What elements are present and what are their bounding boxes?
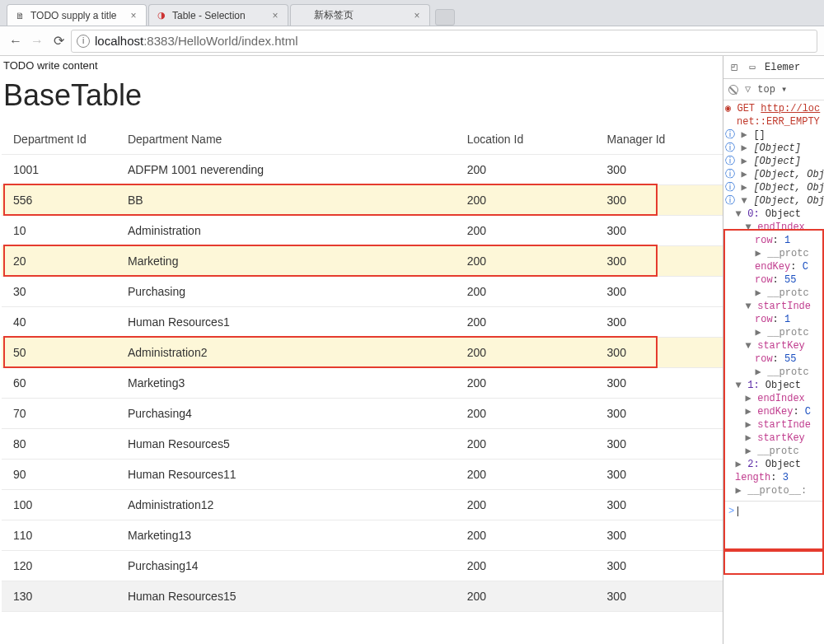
context-selector[interactable]: top ▾ <box>757 83 787 96</box>
console-tree-line[interactable]: ▶ endKey: C <box>725 405 824 418</box>
cell-loc: 200 <box>456 460 596 490</box>
cell-loc: 200 <box>456 185 596 216</box>
console-tree-line[interactable]: ▶ __protc <box>725 366 824 379</box>
console-line[interactable]: ⓘ ▶ [] <box>725 128 824 142</box>
cell-id: 130 <box>2 581 116 612</box>
console-tree-line[interactable]: row: 55 <box>725 273 824 287</box>
console-prompt[interactable]: > <box>725 501 824 521</box>
cell-name: Administration2 <box>116 338 456 368</box>
cell-mgr: 300 <box>596 429 723 460</box>
table-row[interactable]: 556BB200300 <box>2 185 723 216</box>
console-tree-line[interactable]: ▶ __protc <box>725 326 824 339</box>
cell-mgr: 300 <box>596 551 723 581</box>
col-location-id[interactable]: Location Id <box>456 124 596 155</box>
console-tree-line[interactable]: ▶ __protc <box>725 287 824 300</box>
cell-mgr: 300 <box>596 520 723 551</box>
new-tab-button[interactable] <box>435 9 455 26</box>
cell-mgr: 300 <box>596 460 723 490</box>
cell-name: Purchasing14 <box>116 551 456 581</box>
col-manager-id[interactable]: Manager Id <box>596 124 723 155</box>
table-row[interactable]: 1001ADFPM 1001 neverending200300 <box>2 155 723 185</box>
close-icon[interactable]: × <box>411 10 423 21</box>
table-row[interactable]: 80Human Resources5200300 <box>2 429 723 460</box>
table-row[interactable]: 70Purchasing4200300 <box>2 399 723 429</box>
devtools-toolbar: ◰ ▭ Elemer <box>723 56 824 79</box>
browser-toolbar: ← → ⟳ i localhost:8383/HelloWorld/index.… <box>0 26 824 56</box>
console-line[interactable]: ⓘ ▶ [Object] <box>725 142 824 155</box>
close-icon[interactable]: × <box>269 10 281 21</box>
table-row[interactable]: 130Human Resources15200300 <box>2 581 723 612</box>
cell-loc: 200 <box>456 155 596 185</box>
cell-id: 1001 <box>2 155 116 185</box>
console-tree-line[interactable]: ▶ 2: Object <box>725 458 824 471</box>
browser-tab-0[interactable]: 🗎 TODO supply a title × <box>7 4 147 26</box>
cell-loc: 200 <box>456 338 596 368</box>
cell-name: Human Resources5 <box>116 429 456 460</box>
cell-id: 80 <box>2 429 116 460</box>
reload-button[interactable]: ⟳ <box>49 32 68 50</box>
tab-title: 新标签页 <box>314 8 411 22</box>
console-line[interactable]: ⓘ ▶ [Object, Obj <box>725 168 824 181</box>
inspect-element-icon[interactable]: ◰ <box>728 62 740 73</box>
console-tree-line[interactable]: ▼ endIndex <box>725 221 824 234</box>
close-icon[interactable]: × <box>128 10 139 21</box>
console-tree-line[interactable]: ▶ __protc <box>725 445 824 458</box>
cell-loc: 200 <box>456 520 596 551</box>
table-row[interactable]: 40Human Resources1200300 <box>2 307 723 338</box>
console-tree-line[interactable]: length: 3 <box>725 471 824 484</box>
console-tree-line[interactable]: ▶ __protc <box>725 247 824 260</box>
console-tree-line[interactable]: row: 1 <box>725 313 824 326</box>
console-tree-line[interactable]: ▼ startKey <box>725 339 824 352</box>
console-tree-line[interactable]: row: 55 <box>725 352 824 366</box>
table-row[interactable]: 50Administration2200300 <box>2 338 723 368</box>
cell-id: 60 <box>2 368 116 399</box>
cell-loc: 200 <box>456 246 596 277</box>
cell-mgr: 300 <box>596 368 723 399</box>
cell-mgr: 300 <box>596 338 723 368</box>
col-department-id[interactable]: Department Id <box>2 124 116 155</box>
address-bar[interactable]: i localhost:8383/HelloWorld/index.html <box>71 30 817 53</box>
cell-name: Purchasing4 <box>116 399 456 429</box>
device-toggle-icon[interactable]: ▭ <box>747 62 758 73</box>
console-line[interactable]: ⓘ ▶ [Object] <box>725 155 824 168</box>
console-tree-line[interactable]: ▼ startInde <box>725 300 824 313</box>
cell-loc: 200 <box>456 429 596 460</box>
console-tree-line[interactable]: row: 1 <box>725 234 824 247</box>
cell-name: Marketing3 <box>116 368 456 399</box>
browser-tab-2[interactable]: 新标签页 × <box>290 4 430 26</box>
table-row[interactable]: 110Marketing13200300 <box>2 520 723 551</box>
table-row[interactable]: 100Administration12200300 <box>2 490 723 520</box>
browser-tab-1[interactable]: ◑ Table - Selection × <box>148 4 288 26</box>
console-tree-line[interactable]: endKey: C <box>725 260 824 273</box>
console-tree-line[interactable]: ▼ 1: Object <box>725 379 824 392</box>
oracle-icon: ◑ <box>156 10 167 21</box>
table-row[interactable]: 10Administration200300 <box>2 216 723 246</box>
forward-button[interactable]: → <box>28 32 46 50</box>
console-tree-line[interactable]: ▼ 0: Object <box>725 208 824 221</box>
cell-name: Human Resources1 <box>116 307 456 338</box>
col-department-name[interactable]: Department Name <box>116 124 456 155</box>
table-row[interactable]: 20Marketing200300 <box>2 246 723 277</box>
cell-name: Human Resources15 <box>116 581 456 612</box>
console-tree-line[interactable]: ⓘ ▼ [Object, Obj <box>725 194 824 208</box>
console-tree-line[interactable]: ▶ __proto__: <box>725 484 824 497</box>
console-tree-line[interactable]: ▶ endIndex <box>725 392 824 405</box>
site-info-icon[interactable]: i <box>77 35 90 48</box>
table-row[interactable]: 90Human Resources11200300 <box>2 460 723 490</box>
table-row[interactable]: 120Purchasing14200300 <box>2 551 723 581</box>
back-button[interactable]: ← <box>7 32 25 50</box>
departments-table: Department Id Department Name Location I… <box>2 124 723 612</box>
console-tree-line[interactable]: ▶ startInde <box>725 418 824 432</box>
devtools-tab-elements[interactable]: Elemer <box>765 62 800 73</box>
browser-tab-strip: 🗎 TODO supply a title × ◑ Table - Select… <box>0 0 824 26</box>
filter-icon[interactable]: ▽ <box>745 83 751 96</box>
table-row[interactable]: 30Purchasing200300 <box>2 277 723 307</box>
cell-name: Marketing <box>116 246 456 277</box>
console-tree-line[interactable]: ▶ startKey <box>725 432 824 445</box>
table-row[interactable]: 60Marketing3200300 <box>2 368 723 399</box>
cell-mgr: 300 <box>596 581 723 612</box>
cell-mgr: 300 <box>596 490 723 520</box>
clear-console-icon[interactable] <box>728 85 738 95</box>
cell-name: Administration12 <box>116 490 456 520</box>
console-line[interactable]: ⓘ ▶ [Object, Obj <box>725 181 824 194</box>
